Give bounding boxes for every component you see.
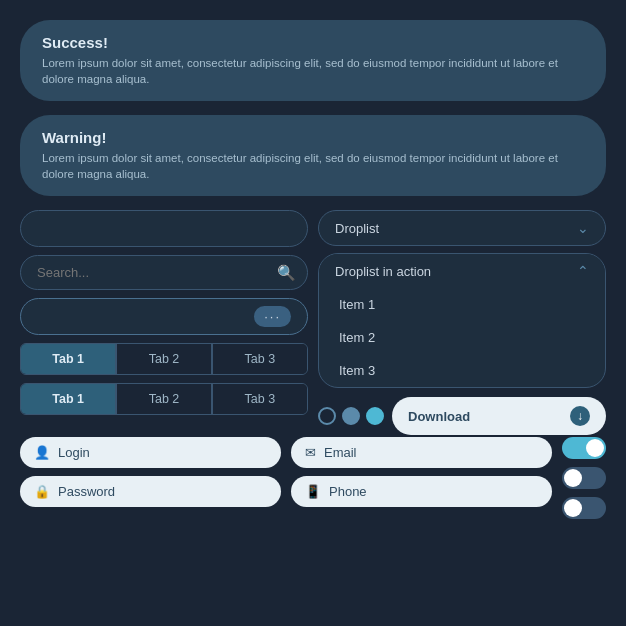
main-grid: 🔍 ··· Tab 1 Tab 2 Tab 3 Tab 1 Tab 2 Tab … (20, 210, 606, 435)
dots-input[interactable]: ··· (20, 298, 308, 335)
bottom-right: ✉ Email 📱 Phone (291, 437, 552, 507)
dropdown-item-2[interactable]: Item 2 (319, 321, 605, 354)
left-column: 🔍 ··· Tab 1 Tab 2 Tab 3 Tab 1 Tab 2 Tab … (20, 210, 308, 435)
dropdown-items: Item 1 Item 2 Item 3 (319, 288, 605, 387)
tab1-item2[interactable]: Tab 2 (117, 344, 211, 374)
dots-icon: ··· (254, 306, 291, 327)
download-arrow-icon: ↓ (570, 406, 590, 426)
toggle-2-knob (564, 469, 582, 487)
login-field[interactable]: 👤 Login (20, 437, 281, 468)
chevron-down-icon: ⌄ (577, 220, 589, 236)
download-label: Download (408, 409, 470, 424)
radio-group (318, 407, 384, 425)
droplist-in-action-label: Droplist in action (335, 264, 431, 279)
radio-3[interactable] (366, 407, 384, 425)
dropdown-item-1[interactable]: Item 1 (319, 288, 605, 321)
radio-1[interactable] (318, 407, 336, 425)
tab1-item3[interactable]: Tab 3 (213, 344, 307, 374)
search-wrapper: 🔍 (20, 255, 308, 290)
success-title: Success! (42, 34, 584, 51)
tab1-item1[interactable]: Tab 1 (21, 344, 115, 374)
warning-alert: Warning! Lorem ipsum dolor sit amet, con… (20, 115, 606, 196)
warning-title: Warning! (42, 129, 584, 146)
tabs-row-1: Tab 1 Tab 2 Tab 3 (20, 343, 308, 375)
dropdown-item-3[interactable]: Item 3 (319, 354, 605, 387)
user-icon: 👤 (34, 445, 50, 460)
password-label: Password (58, 484, 267, 499)
phone-icon: 📱 (305, 484, 321, 499)
toggle-3[interactable] (562, 497, 606, 519)
tabs-row-2: Tab 1 Tab 2 Tab 3 (20, 383, 308, 415)
right-column: Droplist ⌄ Droplist in action ⌃ Item 1 I… (318, 210, 606, 435)
login-label: Login (58, 445, 267, 460)
email-label: Email (324, 445, 538, 460)
warning-body: Lorem ipsum dolor sit amet, consectetur … (42, 150, 584, 182)
email-icon: ✉ (305, 445, 316, 460)
bottom-left: 👤 Login 🔒 Password (20, 437, 281, 507)
bottom-row: 👤 Login 🔒 Password ✉ Email 📱 Phone (20, 437, 606, 519)
phone-field[interactable]: 📱 Phone (291, 476, 552, 507)
email-field[interactable]: ✉ Email (291, 437, 552, 468)
toggle-1[interactable] (562, 437, 606, 459)
droplist-in-action-header[interactable]: Droplist in action ⌃ (319, 254, 605, 288)
droplist-label: Droplist (335, 221, 379, 236)
search-input[interactable] (20, 255, 308, 290)
toggle-1-knob (586, 439, 604, 457)
toggle-2[interactable] (562, 467, 606, 489)
success-alert: Success! Lorem ipsum dolor sit amet, con… (20, 20, 606, 101)
download-button[interactable]: Download ↓ (392, 397, 606, 435)
radio-2[interactable] (342, 407, 360, 425)
tab2-item2[interactable]: Tab 2 (117, 384, 211, 414)
lock-icon: 🔒 (34, 484, 50, 499)
search-icon: 🔍 (277, 264, 296, 282)
toggles-column (562, 437, 606, 519)
toggle-3-knob (564, 499, 582, 517)
success-body: Lorem ipsum dolor sit amet, consectetur … (42, 55, 584, 87)
blank-input[interactable] (20, 210, 308, 247)
droplist-closed[interactable]: Droplist ⌄ (318, 210, 606, 246)
chevron-up-icon: ⌃ (577, 263, 589, 279)
password-field[interactable]: 🔒 Password (20, 476, 281, 507)
droplist-open: Droplist in action ⌃ Item 1 Item 2 Item … (318, 253, 606, 388)
action-row: Download ↓ (318, 397, 606, 435)
phone-label: Phone (329, 484, 538, 499)
tab2-item1[interactable]: Tab 1 (21, 384, 115, 414)
tab2-item3[interactable]: Tab 3 (213, 384, 307, 414)
